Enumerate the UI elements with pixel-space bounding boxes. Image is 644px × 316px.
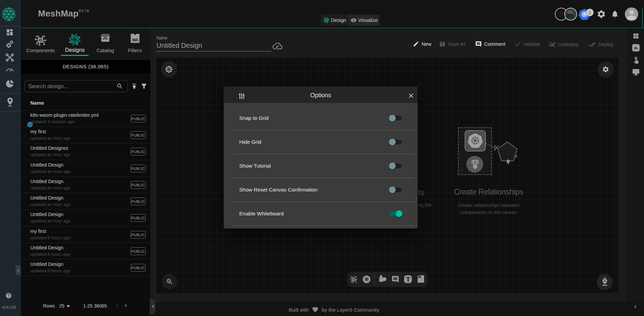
svg-text:WA: WA xyxy=(132,38,138,42)
